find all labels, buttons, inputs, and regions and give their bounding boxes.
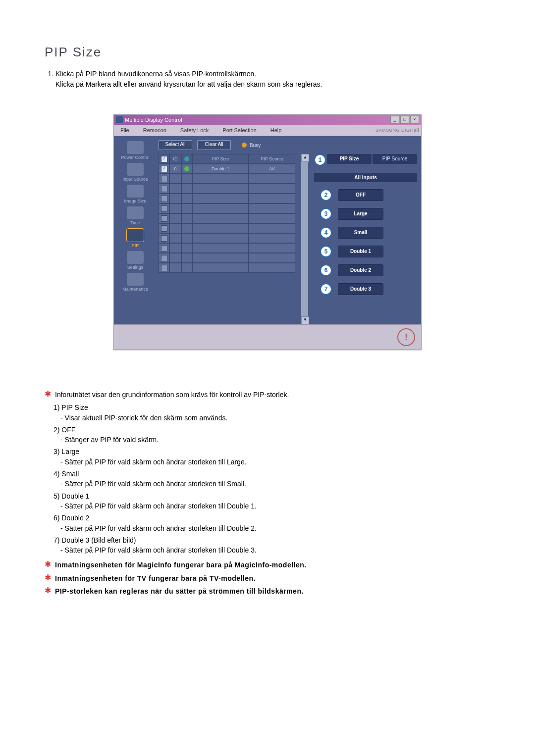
table-row[interactable] bbox=[159, 213, 295, 223]
note-star-1: Inforutnätet visar den grundinformation … bbox=[55, 390, 289, 400]
li-desc: - Sätter på PIP för vald skärm och ändra… bbox=[54, 523, 490, 533]
sidebar: Power Control Input Source Image Size Ti… bbox=[114, 136, 157, 324]
row-checkbox[interactable] bbox=[161, 235, 167, 242]
brand-label: SAMSUNG DIGITall bbox=[375, 128, 419, 133]
status-dot-icon bbox=[184, 166, 189, 171]
sidebar-label: Image Size bbox=[124, 199, 146, 203]
busy-indicator: Busy bbox=[242, 143, 261, 148]
scroll-down-icon[interactable]: ▼ bbox=[301, 316, 309, 324]
busy-icon bbox=[242, 143, 247, 148]
table-row[interactable] bbox=[159, 194, 295, 203]
tab-pip-size[interactable]: PIP Size bbox=[327, 154, 372, 164]
intro-line-1: Klicka på PIP bland huvudikonerna så vis… bbox=[55, 70, 256, 78]
grid-header: ✓ ID PIP Size PIP Source bbox=[159, 154, 295, 164]
select-all-button[interactable]: Select All bbox=[159, 140, 192, 150]
row-checkbox[interactable]: ✓ bbox=[161, 166, 167, 172]
time-icon bbox=[127, 206, 144, 219]
sidebar-label: PIP bbox=[132, 243, 139, 248]
li-desc: - Stänger av PIP för vald skärm. bbox=[54, 435, 490, 445]
callout-4: 4 bbox=[320, 227, 332, 239]
callout-3: 3 bbox=[320, 208, 332, 220]
row-checkbox[interactable] bbox=[161, 176, 167, 182]
page-heading: PIP Size bbox=[45, 45, 490, 60]
table-row[interactable] bbox=[159, 243, 295, 253]
li-desc: - Sätter på PIP för vald skärm och ändra… bbox=[54, 501, 490, 511]
input-source-icon bbox=[127, 163, 144, 176]
col-pip-source: PIP Source bbox=[249, 154, 295, 164]
sidebar-label: Maintenance bbox=[122, 287, 148, 292]
note-star-2: Inmatningsenheten för MagicInfo fungerar… bbox=[55, 560, 307, 570]
row-checkbox[interactable] bbox=[161, 245, 167, 252]
header-checkbox[interactable]: ✓ bbox=[161, 156, 167, 162]
sidebar-label: Time bbox=[130, 220, 140, 225]
li-desc: - Visar aktuell PIP-storlek för den skär… bbox=[54, 413, 490, 423]
info-icon: ! bbox=[397, 328, 415, 346]
sidebar-item-image-size[interactable]: Image Size bbox=[118, 185, 153, 203]
sidebar-item-settings[interactable]: Settings bbox=[118, 251, 153, 270]
status-header-icon bbox=[184, 156, 189, 161]
callout-2: 2 bbox=[320, 189, 332, 201]
option-large-button[interactable]: Large bbox=[338, 208, 383, 220]
row-checkbox[interactable] bbox=[161, 196, 167, 202]
li-num: 7) bbox=[54, 536, 59, 544]
option-double2-button[interactable]: Double 2 bbox=[338, 264, 383, 276]
table-row[interactable] bbox=[159, 263, 295, 273]
li-desc: - Sätter på PIP för vald skärm och ändra… bbox=[54, 479, 490, 489]
menu-safety-lock[interactable]: Safety Lock bbox=[176, 126, 213, 135]
sidebar-item-maintenance[interactable]: Maintenance bbox=[118, 273, 153, 292]
close-button[interactable]: × bbox=[410, 116, 419, 124]
table-row[interactable] bbox=[159, 184, 295, 194]
li-num: 4) bbox=[54, 470, 59, 478]
menu-file[interactable]: File bbox=[116, 126, 134, 135]
li-title: Double 3 (Bild efter bild) bbox=[61, 536, 136, 544]
maximize-button[interactable]: □ bbox=[400, 116, 409, 124]
row-checkbox[interactable] bbox=[161, 265, 167, 271]
table-row[interactable] bbox=[159, 174, 295, 184]
maintenance-icon bbox=[127, 273, 144, 286]
star-icon: ✱ bbox=[45, 586, 51, 596]
option-double1-button[interactable]: Double 1 bbox=[338, 246, 383, 257]
image-size-icon bbox=[127, 185, 144, 198]
row-checkbox[interactable] bbox=[161, 215, 167, 222]
sidebar-item-input-source[interactable]: Input Source bbox=[118, 163, 153, 182]
callout-1: 1 bbox=[314, 154, 326, 166]
sidebar-item-time[interactable]: Time bbox=[118, 206, 153, 225]
clear-all-button[interactable]: Clear All bbox=[197, 140, 231, 150]
callout-6: 6 bbox=[320, 264, 332, 276]
li-title: Large bbox=[61, 448, 79, 455]
li-num: 2) bbox=[54, 426, 59, 434]
row-size: Double 1 bbox=[192, 164, 249, 174]
menu-help[interactable]: Help bbox=[266, 126, 286, 135]
option-double3-button[interactable]: Double 3 bbox=[338, 283, 383, 295]
callout-5: 5 bbox=[320, 246, 332, 257]
table-row[interactable] bbox=[159, 203, 295, 213]
right-panel: 1 PIP Size PIP Source All Inputs 2OFF 3L… bbox=[314, 154, 417, 324]
li-title: Double 1 bbox=[61, 492, 89, 500]
star-icon: ✱ bbox=[45, 390, 51, 400]
scroll-up-icon[interactable]: ▲ bbox=[301, 154, 309, 162]
row-checkbox[interactable] bbox=[161, 225, 167, 232]
table-row[interactable] bbox=[159, 233, 295, 243]
row-checkbox[interactable] bbox=[161, 255, 167, 261]
window-title: Multiple Display Control bbox=[125, 117, 182, 123]
sidebar-item-power-control[interactable]: Power Control bbox=[118, 141, 153, 160]
statusbar: ! bbox=[114, 324, 421, 350]
li-title: PIP Size bbox=[61, 403, 88, 411]
menu-remocon[interactable]: Remocon bbox=[139, 126, 171, 135]
li-desc: - Sätter på PIP för vald skärm och ändra… bbox=[54, 545, 490, 555]
menu-port-selection[interactable]: Port Selection bbox=[218, 126, 261, 135]
option-off-button[interactable]: OFF bbox=[338, 189, 383, 201]
sidebar-item-pip[interactable]: PIP bbox=[118, 228, 153, 248]
li-title: Small bbox=[61, 470, 79, 478]
table-row[interactable] bbox=[159, 223, 295, 233]
row-checkbox[interactable] bbox=[161, 186, 167, 192]
tab-pip-source[interactable]: PIP Source bbox=[373, 154, 417, 164]
li-num: 3) bbox=[54, 448, 59, 455]
scrollbar[interactable]: ▲ ▼ bbox=[301, 154, 308, 324]
minimize-button[interactable]: _ bbox=[390, 116, 399, 124]
option-small-button[interactable]: Small bbox=[338, 227, 383, 239]
table-row[interactable]: ✓ 0 Double 1 AV bbox=[159, 164, 295, 174]
table-row[interactable] bbox=[159, 253, 295, 263]
row-checkbox[interactable] bbox=[161, 205, 167, 212]
pip-icon bbox=[126, 228, 144, 242]
